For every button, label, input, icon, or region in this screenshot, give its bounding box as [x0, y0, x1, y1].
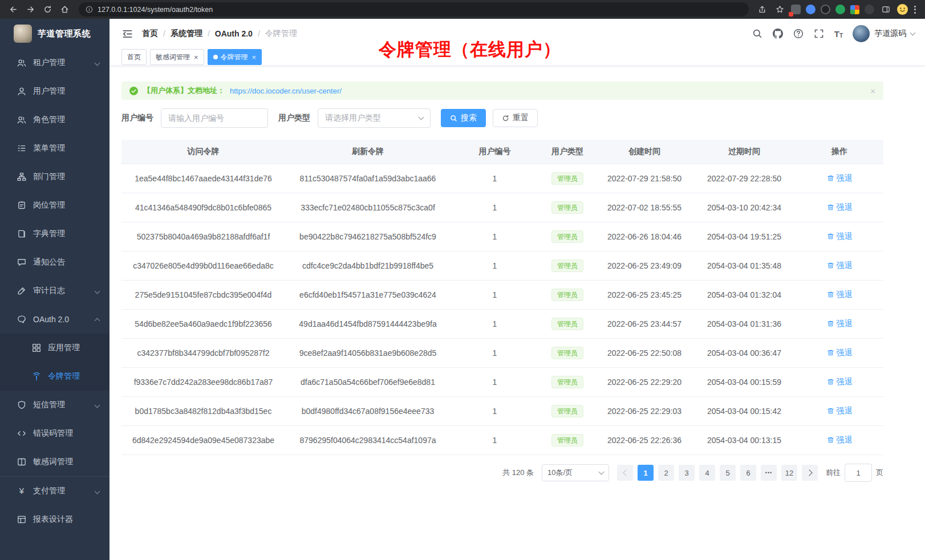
page-button[interactable]: 1 [638, 465, 654, 481]
site-info-icon[interactable] [86, 6, 93, 13]
page-button[interactable]: 12 [781, 465, 797, 481]
force-logout-label: 强退 [837, 348, 853, 358]
github-icon[interactable] [773, 29, 784, 39]
browser-menu-icon[interactable] [913, 5, 917, 15]
user-id-input[interactable] [161, 108, 268, 128]
extension-blue-icon[interactable] [806, 5, 816, 14]
sidebar-item-menu[interactable]: 菜单管理 [0, 134, 109, 163]
access-token-cell: f9336e7c7dd242a283ee98dc86b17a87 [121, 368, 285, 397]
user-id-cell: 1 [451, 222, 539, 251]
reload-icon[interactable] [40, 2, 55, 17]
search-button[interactable]: 搜索 [441, 109, 486, 127]
expire-time-cell: 2054-03-04 01:32:04 [693, 281, 796, 310]
force-logout-button[interactable]: 强退 [827, 348, 853, 358]
expire-time-cell: 2054-03-04 00:15:42 [693, 397, 796, 426]
tab-label: 令牌管理 [221, 52, 248, 62]
bookmark-star-icon[interactable] [773, 3, 786, 16]
sidebar-toggle-icon[interactable] [122, 29, 133, 39]
force-logout-button[interactable]: 强退 [827, 406, 853, 416]
close-icon[interactable]: × [194, 54, 198, 61]
sidebar-item-tenant[interactable]: 租户管理 [0, 48, 109, 77]
force-logout-button[interactable]: 强退 [827, 202, 853, 213]
create-time-cell: 2022-06-25 22:26:36 [596, 426, 693, 455]
reset-button[interactable]: 重置 [493, 109, 538, 127]
force-logout-button[interactable]: 强退 [827, 290, 853, 300]
search-icon[interactable] [752, 29, 763, 39]
sidebar-item-oauth2[interactable]: OAuth 2.0 [0, 305, 109, 334]
extension-dark-icon[interactable] [821, 5, 830, 14]
close-icon[interactable]: × [252, 54, 257, 61]
profile-avatar[interactable] [897, 4, 908, 15]
alert-doc-link[interactable]: https://doc.iocoder.cn/user-center/ [230, 87, 342, 95]
force-logout-button[interactable]: 强退 [827, 232, 853, 242]
home-icon[interactable] [57, 2, 72, 17]
breadcrumb-item[interactable]: OAuth 2.0 [215, 29, 253, 38]
goto-page-input[interactable] [845, 464, 872, 482]
sidebar-item-role[interactable]: 角色管理 [0, 105, 109, 134]
user-type-select[interactable]: 请选择用户类型 [318, 108, 431, 128]
extensions-puzzle-icon[interactable] [850, 5, 859, 14]
reset-button-label: 重置 [513, 113, 529, 123]
help-icon[interactable] [793, 29, 804, 39]
user-type-label: 用户类型 [278, 113, 310, 123]
force-logout-button[interactable]: 强退 [827, 261, 853, 271]
pager-ellipsis[interactable]: ••• [761, 465, 777, 481]
page-button[interactable]: 6 [740, 465, 756, 481]
extension-badged-icon[interactable] [791, 5, 801, 14]
sidebar-item-oauth2-token[interactable]: 令牌管理 [0, 362, 109, 391]
pager-prev-button[interactable] [617, 465, 633, 481]
share-icon[interactable] [756, 3, 768, 16]
page-button[interactable]: 3 [679, 465, 695, 481]
fullscreen-icon[interactable] [814, 29, 825, 39]
refresh-token-cell: 811c530487574fa0af1a59d3abc1aa66 [285, 164, 451, 193]
breadcrumb-item[interactable]: 系统管理 [171, 29, 202, 39]
tab-sensitive-word[interactable]: 敏感词管理× [150, 49, 204, 65]
sidebar-item-pay[interactable]: ¥支付管理 [0, 476, 109, 505]
column-header: 用户编号 [451, 140, 539, 164]
sidebar-item-audit-log[interactable]: 审计日志 [0, 277, 109, 305]
tab-home[interactable]: 首页 [121, 49, 147, 65]
sidebar-item-sensitive-word[interactable]: 敏感词管理 [0, 448, 109, 476]
user-id-cell: 1 [451, 281, 539, 310]
back-icon[interactable] [6, 2, 21, 17]
user-menu[interactable]: 芋道源码 [853, 25, 915, 42]
extension-gray-icon[interactable] [865, 5, 874, 14]
page-button[interactable]: 5 [720, 465, 736, 481]
sidebar-item-oauth2-app[interactable]: 应用管理 [0, 334, 109, 362]
force-logout-button[interactable]: 强退 [827, 435, 853, 445]
page-button[interactable]: 2 [658, 465, 674, 481]
page-button[interactable]: 4 [699, 465, 715, 481]
force-logout-button[interactable]: 强退 [827, 319, 853, 329]
sidebar-item-dict[interactable]: 字典管理 [0, 220, 109, 248]
pager-next-button[interactable] [802, 465, 818, 481]
force-logout-button[interactable]: 强退 [827, 377, 853, 387]
sidebar-item-sms[interactable]: 短信管理 [0, 391, 109, 419]
extension-green-icon[interactable] [835, 5, 845, 14]
user-type-badge: 管理员 [551, 201, 583, 214]
action-cell: 强退 [796, 426, 883, 455]
user-type-badge: 管理员 [551, 376, 583, 388]
force-logout-button[interactable]: 强退 [827, 173, 853, 184]
sidebar-item-dept[interactable]: 部门管理 [0, 163, 109, 191]
success-check-icon [129, 87, 138, 95]
sidebar-item-report-designer[interactable]: 报表设计器 [0, 505, 109, 534]
font-size-icon[interactable]: TT [834, 29, 843, 39]
chevron-down-icon [95, 488, 100, 494]
content: 【用户体系】文档地址： https://doc.iocoder.cn/user-… [109, 66, 925, 560]
sidebar-item-error-code[interactable]: 错误码管理 [0, 419, 109, 448]
page-size-select[interactable]: 10条/页 [542, 464, 609, 481]
url-bar[interactable]: 127.0.0.1:1024/system/oauth2/token [79, 2, 749, 17]
breadcrumb-item[interactable]: 首页 [142, 29, 158, 39]
screen: 127.0.0.1:1024/system/oauth2/token 芋道管理系… [0, 0, 925, 560]
chevron-down-icon [910, 30, 916, 36]
users-icon [17, 115, 26, 124]
sidebar-item-notice[interactable]: 通知公告 [0, 248, 109, 277]
app-logo[interactable]: 芋道管理系统 [0, 19, 109, 48]
expire-time-cell: 2054-03-10 20:42:34 [693, 193, 796, 222]
tab-token[interactable]: 令牌管理× [208, 49, 262, 65]
close-icon[interactable]: × [870, 86, 875, 96]
forward-icon[interactable] [23, 2, 38, 17]
sidebar-item-user[interactable]: 用户管理 [0, 77, 109, 105]
sidebar-item-post[interactable]: 岗位管理 [0, 191, 109, 220]
side-panel-icon[interactable] [879, 3, 892, 16]
